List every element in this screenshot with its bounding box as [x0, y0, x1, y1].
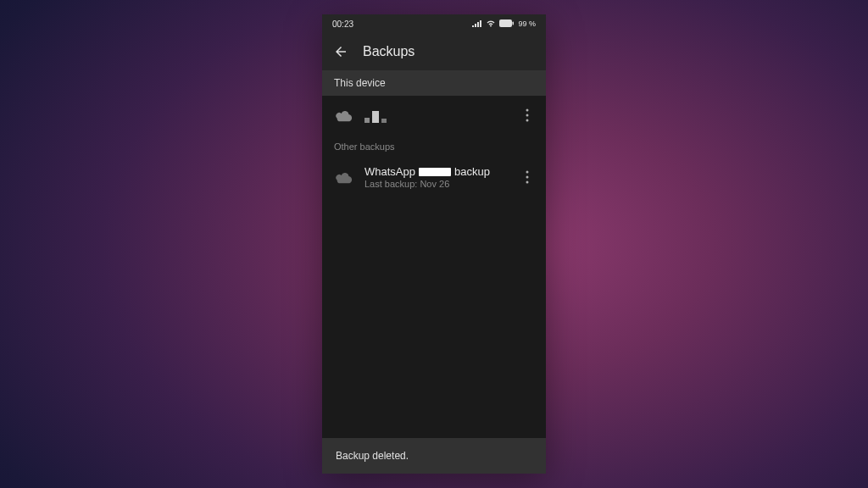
whatsapp-backup-title: WhatsApp backup	[364, 165, 509, 178]
cloud-icon	[334, 106, 353, 125]
phone-frame: 00:23 99 % Backups This device	[322, 14, 546, 474]
section-other-backups: Other backups	[322, 135, 546, 155]
whatsapp-backup-subtitle: Last backup: Nov 26	[364, 179, 509, 189]
svg-rect-1	[513, 21, 515, 25]
more-button[interactable]	[520, 169, 534, 186]
page-title: Backups	[363, 44, 415, 59]
device-backup-info	[364, 108, 509, 123]
section-this-device: This device	[322, 70, 546, 96]
battery-text: 99 %	[518, 19, 536, 28]
wifi-icon	[486, 19, 496, 29]
svg-point-5	[526, 171, 529, 174]
cloud-icon	[334, 168, 353, 186]
svg-point-4	[526, 119, 529, 122]
redacted-content	[419, 168, 451, 176]
signal-icon	[472, 19, 482, 29]
status-time: 00:23	[332, 19, 353, 29]
status-bar: 00:23 99 %	[322, 14, 546, 33]
content-area: Other backups WhatsApp backup Last backu…	[322, 96, 546, 438]
svg-rect-0	[499, 19, 512, 27]
device-backup-title	[364, 108, 509, 123]
svg-point-7	[526, 181, 529, 184]
redacted-content	[364, 108, 387, 123]
snackbar: Backup deleted.	[322, 438, 546, 474]
svg-point-3	[526, 114, 529, 117]
whatsapp-title-suffix: backup	[454, 165, 490, 178]
app-bar: Backups	[322, 33, 546, 70]
whatsapp-backup-info: WhatsApp backup Last backup: Nov 26	[364, 165, 509, 189]
status-right: 99 %	[472, 19, 536, 29]
svg-point-2	[526, 109, 529, 112]
svg-point-6	[526, 176, 529, 179]
whatsapp-title-prefix: WhatsApp	[364, 165, 415, 178]
more-button[interactable]	[520, 107, 534, 124]
back-button[interactable]	[332, 43, 349, 60]
snackbar-message: Backup deleted.	[336, 450, 409, 462]
battery-icon	[499, 19, 515, 29]
device-backup-row[interactable]	[322, 96, 546, 135]
whatsapp-backup-row[interactable]: WhatsApp backup Last backup: Nov 26	[322, 155, 546, 199]
